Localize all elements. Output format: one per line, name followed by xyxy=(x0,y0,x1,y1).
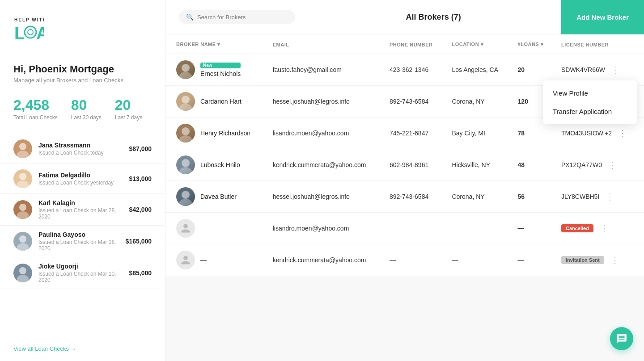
broker-loans: 56 xyxy=(511,181,554,213)
loan-list-item[interactable]: Jana Strassmann Issued a Loan Check toda… xyxy=(0,134,165,164)
col-location[interactable]: LOCATION ▾ xyxy=(445,34,510,54)
col-license: LICENSE NUMBER xyxy=(554,34,644,54)
broker-phone: 423-362-1346 xyxy=(382,54,445,86)
svg-point-18 xyxy=(182,64,190,72)
logo-icon: HELP WITH MY L AN xyxy=(13,13,44,46)
loan-list-item[interactable]: Karl Kalagin Issued a Loan Check on Mar … xyxy=(0,194,165,226)
more-options-button[interactable]: ⋮ xyxy=(608,254,622,266)
loan-amount: $42,000 xyxy=(129,206,152,213)
main-content: 🔍 All Brokers (7) ⬇ CSV Add New Broker B… xyxy=(165,0,644,361)
svg-point-21 xyxy=(179,104,192,111)
broker-name-wrap: Henry Richardson xyxy=(200,130,250,137)
greeting-name: Hi, Phoenix Mortgage xyxy=(13,63,152,75)
logo-area: HELP WITH MY L AN xyxy=(0,0,165,55)
broker-name-wrap: Cardarion Hart xyxy=(200,98,242,105)
svg-text:AN: AN xyxy=(36,24,44,43)
loan-desc: Issued a Loan Check yesterday xyxy=(38,180,123,186)
search-box[interactable]: 🔍 xyxy=(179,10,295,24)
transfer-application-item[interactable]: Transfer Application xyxy=(543,102,637,121)
stat-number-1: 80 xyxy=(71,97,102,113)
broker-name-wrap: Davea Butler xyxy=(200,193,237,200)
broker-location: — xyxy=(445,244,510,276)
svg-point-2 xyxy=(25,26,36,38)
broker-phone: 892-743-6584 xyxy=(382,181,445,213)
view-all-section[interactable]: View all Loan Checks → xyxy=(0,338,165,361)
broker-avatar-placeholder xyxy=(176,251,195,269)
avatar-placeholder xyxy=(13,232,32,251)
more-options-button[interactable]: ⋮ xyxy=(603,190,617,203)
add-broker-button[interactable]: Add New Broker xyxy=(561,0,644,34)
view-profile-item[interactable]: View Profile xyxy=(543,84,637,102)
loan-list-item[interactable]: Fatima Delgadillo Issued a Loan Check ye… xyxy=(0,164,165,194)
license-number: JLY8CWBH5I xyxy=(561,193,599,200)
loan-avatar xyxy=(13,169,32,188)
more-options-button[interactable]: ⋮ xyxy=(597,222,611,235)
loan-info: Jioke Ugoorji Issued a Loan Check on Mar… xyxy=(38,263,123,283)
broker-location: Hicksville, NY xyxy=(445,149,510,181)
broker-name-cell: Cardarion Hart xyxy=(165,86,266,118)
broker-name: — xyxy=(200,225,207,232)
loan-client-name: Jana Strassmann xyxy=(38,142,123,149)
search-input[interactable] xyxy=(197,14,278,21)
svg-point-6 xyxy=(17,151,29,158)
main-header: 🔍 All Brokers (7) ⬇ CSV Add New Broker xyxy=(165,0,644,34)
broker-name-wrap: New Ernest Nichols xyxy=(200,63,241,77)
loan-list-item[interactable]: Jioke Ugoorji Issued a Loan Check on Mar… xyxy=(0,257,165,289)
loan-client-name: Paulina Gayoso xyxy=(38,231,119,238)
stats-row: 2,458Total Loan Checks80Last 30 days20La… xyxy=(0,88,165,130)
loan-avatar xyxy=(13,264,32,282)
view-all-link[interactable]: View all Loan Checks → xyxy=(13,345,152,352)
more-options-button[interactable]: ⋮ xyxy=(606,159,620,171)
svg-point-22 xyxy=(182,127,190,135)
stat-number-0: 2,458 xyxy=(13,97,58,113)
svg-text:HELP WITH MY: HELP WITH MY xyxy=(14,17,44,22)
svg-text:L: L xyxy=(14,24,25,43)
broker-email: hessel.joshuah@legros.info xyxy=(266,86,382,118)
broker-avatar xyxy=(176,124,195,143)
svg-point-20 xyxy=(182,96,190,104)
loan-avatar xyxy=(13,139,32,158)
broker-name-wrap: — xyxy=(200,225,207,232)
col-loans[interactable]: #LOANS ▾ xyxy=(511,34,554,54)
broker-avatar xyxy=(176,187,195,206)
broker-name: Lubosek Hnilo xyxy=(200,161,240,168)
broker-location: Corona, NY xyxy=(445,86,510,118)
license-number: PX12QA77W0 xyxy=(561,161,602,168)
more-options-button[interactable]: ⋮ xyxy=(615,127,630,139)
table-row: Davea Butler hessel.joshuah@legros.info … xyxy=(165,181,644,213)
stat-item-2: 20Last 7 days xyxy=(115,97,142,121)
loan-info: Fatima Delgadillo Issued a Loan Check ye… xyxy=(38,172,123,186)
svg-point-14 xyxy=(17,275,29,282)
broker-name-wrap: Lubosek Hnilo xyxy=(200,161,240,168)
avatar-placeholder xyxy=(13,264,32,282)
loan-amount: $13,000 xyxy=(129,175,152,182)
svg-point-8 xyxy=(17,180,29,188)
loan-list-item[interactable]: Paulina Gayoso Issued a Loan Check on Ma… xyxy=(0,226,165,257)
col-email: EMAIL xyxy=(266,34,382,54)
svg-point-23 xyxy=(179,135,192,143)
broker-loans: — xyxy=(511,213,554,244)
stat-item-1: 80Last 30 days xyxy=(71,97,102,121)
loan-client-name: Jioke Ugoorji xyxy=(38,263,123,270)
broker-name-cell: New Ernest Nichols xyxy=(165,54,266,86)
table-row: — kendrick.cummerata@yahoo.com — — — Inv… xyxy=(165,244,644,276)
more-options-button[interactable]: ⋮ xyxy=(609,63,623,76)
loan-amount: $85,000 xyxy=(129,269,152,277)
broker-name: Cardarion Hart xyxy=(200,98,242,105)
avatar-img xyxy=(176,92,195,111)
stat-number-2: 20 xyxy=(115,97,142,113)
search-icon: 🔍 xyxy=(186,13,194,21)
broker-phone: — xyxy=(382,244,445,276)
broker-email: lisandro.moen@yahoo.com xyxy=(266,213,382,244)
col-broker-name[interactable]: BROKER NAME ▾ xyxy=(165,34,266,54)
broker-location: Los Angeles, CA xyxy=(445,54,510,86)
chat-button[interactable] xyxy=(610,327,633,350)
license-number: TMO43USIOW,+2 xyxy=(561,130,612,137)
stat-label-0: Total Loan Checks xyxy=(13,114,58,121)
greeting-subtitle: Manage all your Brokers and Loan Checks. xyxy=(13,77,152,84)
broker-phone: 892-743-6584 xyxy=(382,86,445,118)
avatar-placeholder xyxy=(13,139,32,158)
broker-license: Cancelled ⋮ xyxy=(554,213,644,244)
avatar-img xyxy=(176,187,195,206)
broker-name-cell: Henry Richardson xyxy=(165,118,266,149)
